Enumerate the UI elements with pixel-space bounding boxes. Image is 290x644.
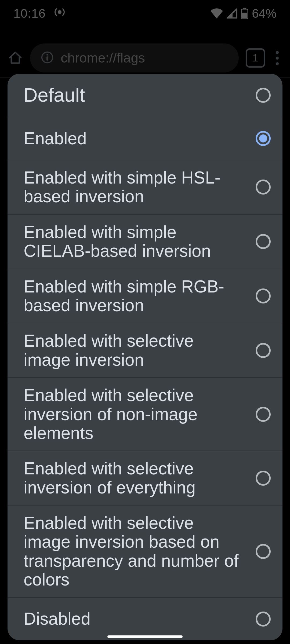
option-label: Enabled xyxy=(24,129,89,148)
radio-icon[interactable] xyxy=(256,234,271,249)
radio-icon[interactable] xyxy=(256,288,271,303)
radio-icon[interactable] xyxy=(256,612,271,627)
radio-icon[interactable] xyxy=(256,471,271,486)
option-label: Enabled with selective image inversion b… xyxy=(24,514,248,589)
option-row[interactable]: Enabled with selective inversion of ever… xyxy=(8,451,282,505)
option-row[interactable]: Enabled with selective inversion of non-… xyxy=(8,377,282,451)
flag-options-popup: DefaultEnabledEnabled with simple HSL-ba… xyxy=(8,74,282,640)
option-label: Enabled with selective inversion of non-… xyxy=(24,386,248,442)
gesture-nav-bar xyxy=(107,635,183,638)
option-label: Default xyxy=(24,85,88,106)
radio-icon[interactable] xyxy=(256,88,271,103)
option-row[interactable]: Enabled with simple CIELAB-based inversi… xyxy=(8,214,282,269)
option-label: Enabled with simple RGB-based inversion xyxy=(24,277,248,315)
radio-icon[interactable] xyxy=(256,544,271,559)
option-row[interactable]: Default xyxy=(8,74,282,117)
option-row[interactable]: Enabled with selective image inversion xyxy=(8,323,282,377)
option-label: Enabled with selective image inversion xyxy=(24,331,248,369)
option-row[interactable]: Enabled with selective image inversion b… xyxy=(8,505,282,597)
option-label: Disabled xyxy=(24,609,93,628)
radio-icon[interactable] xyxy=(256,343,271,358)
radio-icon[interactable] xyxy=(256,407,271,422)
option-label: Enabled with simple HSL-based inversion xyxy=(24,168,248,206)
option-row[interactable]: Enabled with simple RGB-based inversion xyxy=(8,269,282,323)
option-row[interactable]: Enabled xyxy=(8,117,282,160)
option-row[interactable]: Enabled with simple HSL-based inversion xyxy=(8,160,282,214)
option-label: Enabled with selective inversion of ever… xyxy=(24,459,248,497)
option-label: Enabled with simple CIELAB-based inversi… xyxy=(24,223,248,261)
radio-icon[interactable] xyxy=(256,180,271,195)
radio-icon[interactable] xyxy=(256,131,271,146)
option-row[interactable]: Disabled xyxy=(8,597,282,640)
